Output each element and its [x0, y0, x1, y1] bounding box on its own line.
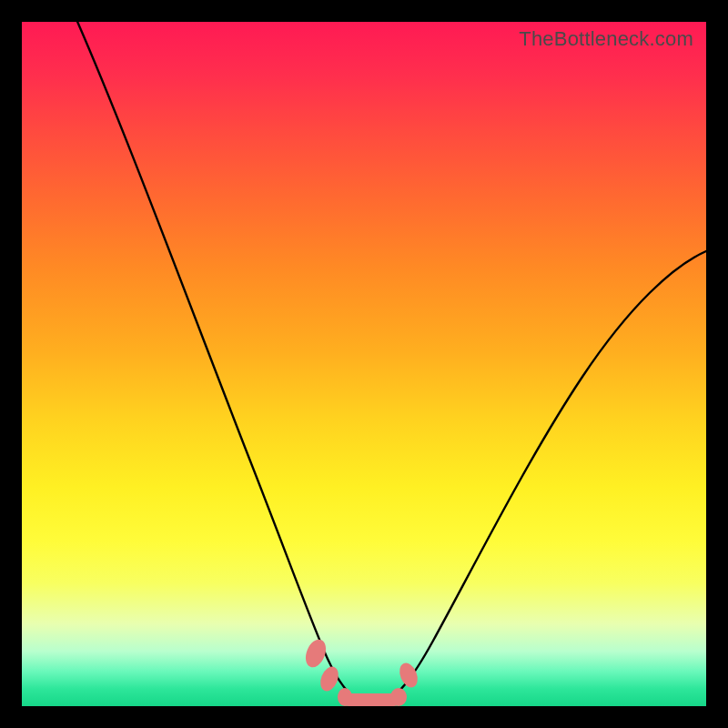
marker-right	[396, 661, 420, 691]
left-curve	[72, 22, 365, 703]
plot-area: TheBottleneck.com	[22, 22, 706, 706]
chart-frame: TheBottleneck.com	[0, 0, 728, 728]
bottom-markers	[302, 636, 421, 706]
right-curve	[381, 251, 706, 703]
marker-bottom-right-cap	[390, 688, 407, 706]
curves-svg	[22, 22, 706, 706]
marker-bottom-left-cap	[338, 688, 352, 706]
